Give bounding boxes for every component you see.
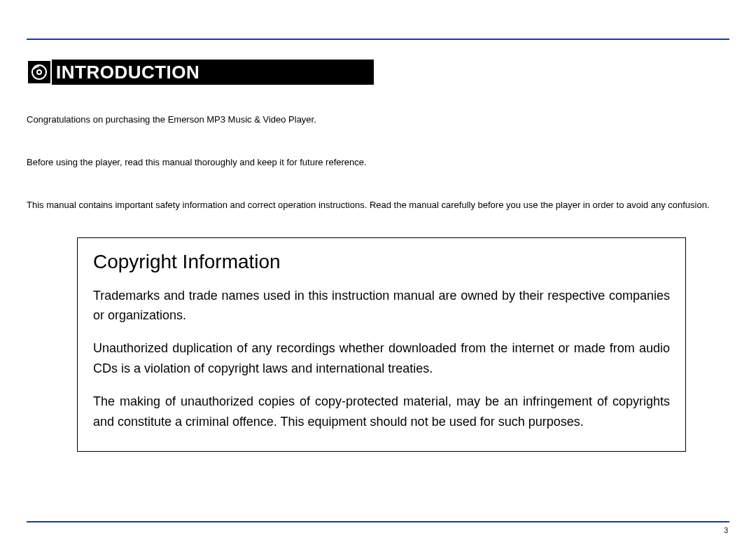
section-title-text: INTRODUCTION <box>56 62 200 83</box>
disc-icon <box>27 60 52 85</box>
intro-paragraph-2: Before using the player, read this manua… <box>27 151 729 173</box>
copyright-title: Copyright Information <box>93 251 670 273</box>
bottom-horizontal-rule <box>27 521 729 522</box>
copyright-paragraph-1: Trademarks and trade names used in this … <box>93 286 670 326</box>
section-title: INTRODUCTION <box>52 60 374 85</box>
intro-paragraphs: Congratulations on purchasing the Emerso… <box>27 109 729 216</box>
section-header: INTRODUCTION <box>27 60 729 85</box>
intro-paragraph-1: Congratulations on purchasing the Emerso… <box>27 109 729 130</box>
svg-point-1 <box>37 70 41 74</box>
copyright-paragraph-3: The making of unauthorized copies of cop… <box>93 392 670 432</box>
copyright-box: Copyright Information Trademarks and tra… <box>77 237 686 452</box>
intro-paragraph-3: This manual contains important safety in… <box>27 194 729 216</box>
copyright-paragraph-2: Unauthorized duplication of any recordin… <box>93 338 670 379</box>
footer-area: 3 <box>27 521 729 534</box>
top-horizontal-rule <box>27 39 729 40</box>
page-number: 3 <box>27 527 729 534</box>
svg-point-0 <box>32 65 46 79</box>
